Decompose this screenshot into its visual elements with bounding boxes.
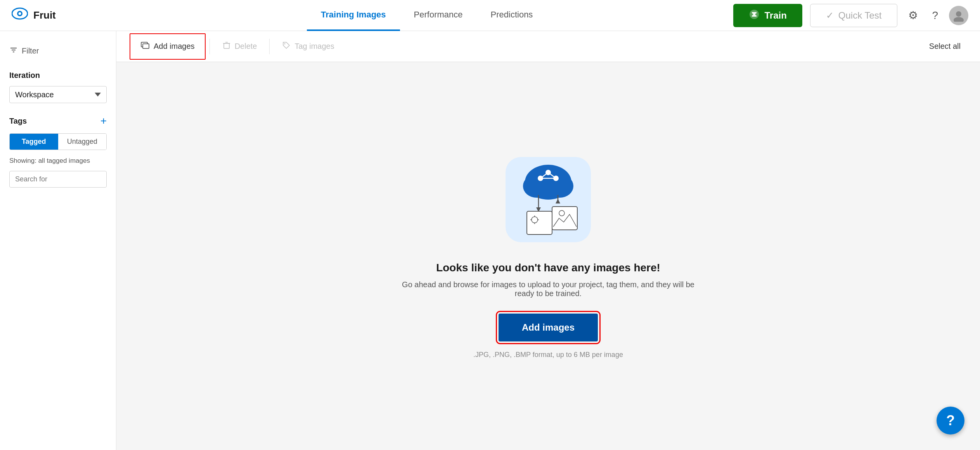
train-label: Train — [764, 10, 786, 21]
help-fab-icon: ? — [946, 412, 955, 429]
delete-icon — [222, 41, 231, 52]
format-text: .JPG, .PNG, .BMP format, up to 6 MB per … — [473, 351, 623, 359]
checkmark-icon: ✓ — [826, 10, 834, 21]
toolbar: Add images Delete — [116, 31, 980, 62]
select-all-button[interactable]: Select all — [921, 31, 968, 62]
svg-rect-29 — [527, 211, 552, 234]
train-button[interactable]: Train — [733, 4, 802, 27]
add-images-icon — [140, 41, 150, 52]
svg-rect-35 — [552, 207, 577, 230]
tag-images-toolbar-label: Tag images — [294, 42, 334, 51]
quick-test-button[interactable]: ✓ Quick Test — [810, 4, 898, 27]
iteration-label: Iteration — [9, 71, 107, 80]
filter-label: Filter — [22, 47, 39, 55]
nav-item-performance[interactable]: Performance — [400, 0, 477, 31]
main-content: Add images Delete — [116, 31, 980, 450]
page-layout: Filter Iteration Workspace Tags + Tagged… — [0, 31, 980, 450]
empty-state-illustration — [502, 153, 595, 246]
app-logo-icon — [12, 5, 28, 25]
nav-item-predictions[interactable]: Predictions — [477, 0, 547, 31]
tags-title: Tags — [9, 117, 27, 126]
svg-point-6 — [954, 17, 964, 22]
svg-point-5 — [956, 11, 961, 17]
help-icon: ? — [932, 9, 938, 21]
svg-point-4 — [753, 13, 755, 16]
help-fab-button[interactable]: ? — [937, 407, 964, 434]
filter-control[interactable]: Filter — [9, 43, 107, 59]
settings-icon: ⚙ — [908, 9, 918, 21]
settings-button[interactable]: ⚙ — [905, 6, 921, 25]
showing-text: Showing: all tagged images — [9, 157, 107, 165]
user-avatar[interactable] — [949, 6, 968, 25]
delete-toolbar-label: Delete — [235, 42, 257, 51]
quick-test-label: Quick Test — [838, 10, 882, 21]
filter-icon — [9, 46, 18, 56]
main-nav: Training Images Performance Predictions — [120, 0, 733, 31]
iteration-dropdown[interactable]: Workspace — [9, 86, 107, 103]
tagged-button[interactable]: Tagged — [10, 134, 58, 150]
untagged-button[interactable]: Untagged — [58, 134, 107, 150]
nav-item-training-images[interactable]: Training Images — [307, 0, 400, 31]
tags-toggle: Tagged Untagged — [9, 133, 107, 150]
header-actions: Train ✓ Quick Test ⚙ ? — [733, 4, 968, 27]
svg-point-15 — [284, 43, 286, 44]
project-name: Fruit — [33, 9, 56, 21]
sidebar: Filter Iteration Workspace Tags + Tagged… — [0, 31, 116, 450]
tag-images-toolbar-button[interactable]: Tag images — [272, 31, 344, 62]
delete-toolbar-button[interactable]: Delete — [212, 31, 267, 62]
svg-rect-11 — [143, 44, 149, 48]
add-images-toolbar-label: Add images — [154, 42, 195, 51]
toolbar-sep-2 — [269, 39, 270, 54]
toolbar-sep-1 — [210, 39, 210, 54]
header: Fruit Training Images Performance Predic… — [0, 0, 980, 31]
add-tag-button[interactable]: + — [100, 115, 107, 127]
add-images-toolbar-button[interactable]: Add images — [130, 33, 206, 60]
app-logo: Fruit — [12, 5, 120, 25]
add-images-main-button[interactable]: Add images — [499, 314, 598, 341]
empty-state-title: Looks like you don't have any images her… — [436, 262, 660, 274]
empty-state-description: Go ahead and browse for images to upload… — [393, 280, 703, 298]
tags-header: Tags + — [9, 115, 107, 127]
train-icon — [749, 9, 760, 22]
help-header-button[interactable]: ? — [929, 6, 941, 25]
empty-state: Looks like you don't have any images her… — [116, 62, 980, 450]
tag-icon — [282, 41, 291, 52]
search-input[interactable] — [9, 171, 107, 188]
svg-rect-12 — [224, 43, 229, 48]
svg-point-2 — [19, 12, 21, 15]
